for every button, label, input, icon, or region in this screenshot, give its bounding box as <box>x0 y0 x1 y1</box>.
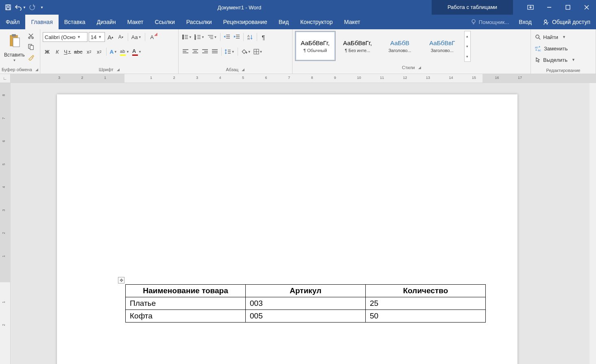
redo-button[interactable] <box>27 2 38 13</box>
table-row[interactable]: Кофта00550 <box>126 310 486 323</box>
table-cell[interactable]: Платье <box>126 297 246 310</box>
cursor-icon <box>535 57 541 63</box>
ruler-corner[interactable]: ∟ <box>0 74 11 83</box>
share-button[interactable]: Общий доступ <box>537 15 596 29</box>
show-marks-button[interactable]: ¶ <box>259 33 268 41</box>
align-left-button[interactable] <box>181 47 190 56</box>
maximize-button[interactable] <box>559 0 577 15</box>
grow-font-button[interactable]: A▴ <box>106 33 115 41</box>
highlight-button[interactable]: ab▼ <box>119 47 130 56</box>
paragraph-dialog-launcher[interactable]: ◢ <box>242 68 245 72</box>
find-button[interactable]: Найти▼ <box>533 32 568 42</box>
clear-formatting-button[interactable]: A◢ <box>148 33 157 41</box>
shading-button[interactable]: ▼ <box>240 47 252 56</box>
tab-файл[interactable]: Файл <box>0 15 25 29</box>
document-canvas[interactable]: ✥ Наименование товараАртикулКоличество П… <box>11 83 596 364</box>
style-item-1[interactable]: АаБбВвГг,¶ Без инте... <box>337 31 378 61</box>
font-color-button[interactable]: A▼ <box>131 47 142 56</box>
table-header-cell[interactable]: Количество <box>366 285 486 297</box>
tab-макет[interactable]: Макет <box>338 15 366 29</box>
format-painter-button[interactable] <box>26 53 35 62</box>
copy-button[interactable] <box>26 42 35 51</box>
table-header-cell[interactable]: Наименование товара <box>126 285 246 297</box>
close-button[interactable] <box>577 0 596 15</box>
vertical-ruler[interactable]: 8765432112 <box>0 83 11 364</box>
tab-рецензирование[interactable]: Рецензирование <box>218 15 273 29</box>
sign-in-button[interactable]: Вход <box>513 15 537 29</box>
tab-вставка[interactable]: Вставка <box>59 15 91 29</box>
save-button[interactable] <box>2 2 14 13</box>
ribbon-display-icon <box>527 5 534 10</box>
line-spacing-button[interactable]: ▼ <box>224 47 236 56</box>
select-button[interactable]: Выделить▼ <box>533 54 577 65</box>
tab-макет[interactable]: Макет <box>122 15 149 29</box>
style-item-0[interactable]: АаБбВвГг,¶ Обычный <box>295 31 336 61</box>
document-table[interactable]: Наименование товараАртикулКоличество Пла… <box>125 284 486 323</box>
undo-button[interactable]: ▼ <box>15 2 26 13</box>
multilevel-list-button[interactable]: ▼ <box>206 33 218 41</box>
copy-icon <box>28 44 34 50</box>
cut-button[interactable] <box>26 32 35 41</box>
tab-ссылки[interactable]: Ссылки <box>149 15 180 29</box>
style-name-label: Заголово... <box>431 48 454 53</box>
numbering-button[interactable]: 123▼ <box>194 33 205 41</box>
italic-button[interactable]: К <box>53 47 62 56</box>
table-header-cell[interactable]: Артикул <box>246 285 366 297</box>
numbering-icon: 123 <box>194 34 201 40</box>
text-effects-button[interactable]: A▼ <box>109 47 118 56</box>
bullets-button[interactable]: ▼ <box>181 33 193 41</box>
vertical-scrollbar[interactable] <box>589 83 596 364</box>
styles-gallery-more[interactable]: ▴▾▾ <box>464 31 471 62</box>
align-left-icon <box>182 49 189 54</box>
title-bar: ▼ ▼ Документ1 - Word Работа с таблицами <box>0 0 596 15</box>
superscript-button[interactable]: x2 <box>95 47 104 56</box>
tab-главная[interactable]: Главная <box>25 15 58 29</box>
align-center-button[interactable] <box>191 47 200 56</box>
horizontal-ruler[interactable]: 3211234567891011121314151617 <box>11 74 596 83</box>
tab-дизайн[interactable]: Дизайн <box>91 15 122 29</box>
align-right-button[interactable] <box>201 47 210 56</box>
qat-customize-button[interactable]: ▼ <box>39 2 45 13</box>
strikethrough-button[interactable]: abc <box>73 47 83 56</box>
table-cell[interactable]: 25 <box>366 297 486 310</box>
sort-button[interactable]: AЯ <box>246 33 255 41</box>
svg-text:ac: ac <box>538 49 541 51</box>
replace-button[interactable]: abac Заменить <box>533 43 569 54</box>
svg-rect-12 <box>13 38 20 47</box>
minimize-icon <box>547 5 552 10</box>
font-name-combo[interactable]: Calibri (Осно▼ <box>43 32 87 42</box>
borders-button[interactable]: ▼ <box>253 47 264 56</box>
close-icon <box>584 5 589 10</box>
font-dialog-launcher[interactable]: ◢ <box>117 68 120 72</box>
increase-indent-button[interactable] <box>232 33 241 41</box>
style-preview: АаБбВвГг, <box>301 39 330 46</box>
table-cell[interactable]: 50 <box>366 310 486 323</box>
tab-конструктор[interactable]: Конструктор <box>295 15 338 29</box>
justify-button[interactable] <box>210 47 219 56</box>
paste-button[interactable] <box>6 31 23 51</box>
borders-icon <box>253 49 259 54</box>
font-size-combo[interactable]: 14▼ <box>89 32 105 42</box>
ribbon-display-button[interactable] <box>521 0 540 15</box>
table-move-handle[interactable]: ✥ <box>118 277 124 283</box>
shrink-font-button[interactable]: A▾ <box>116 33 125 41</box>
style-item-2[interactable]: АаБбВЗаголово... <box>380 31 420 61</box>
style-name-label: ¶ Обычный <box>303 48 327 53</box>
styles-dialog-launcher[interactable]: ◢ <box>418 65 421 70</box>
bold-button[interactable]: Ж <box>43 47 52 56</box>
change-case-button[interactable]: Aa▼ <box>131 33 142 41</box>
decrease-indent-button[interactable] <box>223 33 231 41</box>
table-cell[interactable]: Кофта <box>126 310 246 323</box>
table-cell[interactable]: 003 <box>246 297 366 310</box>
subscript-button[interactable]: x2 <box>85 47 94 56</box>
tell-me-box[interactable]: Помощник... <box>467 15 513 29</box>
clipboard-dialog-launcher[interactable]: ◢ <box>35 68 38 72</box>
tab-рассылки[interactable]: Рассылки <box>181 15 218 29</box>
table-row[interactable]: Платье00325 <box>126 297 486 310</box>
undo-icon <box>15 4 22 11</box>
tab-вид[interactable]: Вид <box>273 15 295 29</box>
underline-button[interactable]: Ч▼ <box>63 47 72 56</box>
table-cell[interactable]: 005 <box>246 310 366 323</box>
style-item-3[interactable]: АаБбВвГЗаголово... <box>422 31 463 61</box>
minimize-button[interactable] <box>540 0 559 15</box>
